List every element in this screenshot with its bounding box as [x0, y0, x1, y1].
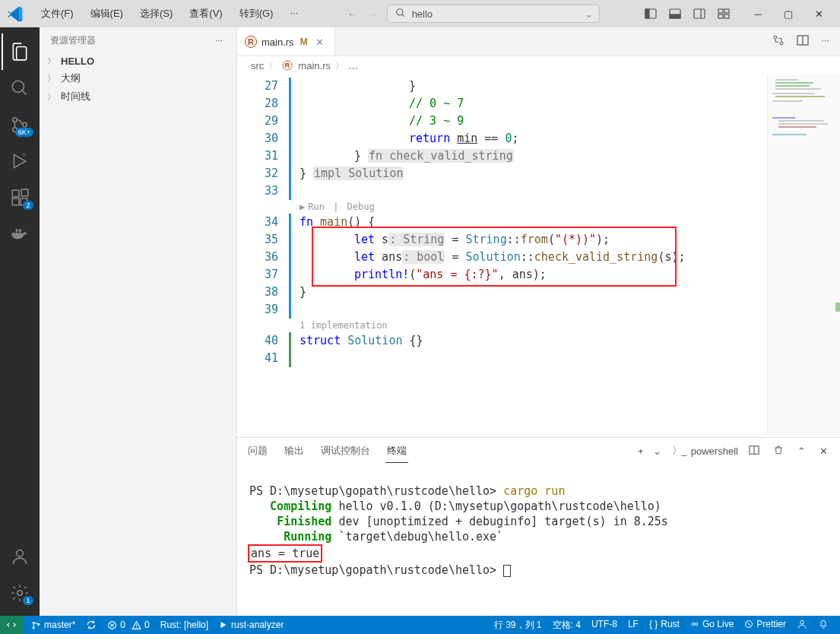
status-prettier[interactable]: Prettier — [739, 619, 791, 629]
menu-select[interactable]: 选择(S) — [132, 4, 180, 24]
panel-tab-output[interactable]: 输出 — [283, 439, 306, 462]
status-cursor-position[interactable]: 行 39，列 1 — [489, 619, 547, 632]
search-text: hello — [412, 8, 433, 20]
menu-goto[interactable]: 转到(G) — [232, 4, 281, 24]
status-rust-project[interactable]: Rust: [hello] — [155, 616, 214, 634]
status-eol[interactable]: LF — [623, 619, 644, 629]
editor-more-icon[interactable]: ··· — [818, 31, 832, 52]
minimap[interactable] — [767, 74, 840, 437]
activity-scm[interactable]: 6K+ — [2, 106, 38, 143]
breadcrumb-folder[interactable]: src — [251, 60, 264, 71]
new-terminal-icon[interactable]: + — [635, 444, 647, 458]
tree-item-outline[interactable]: 〉 大纲 — [40, 69, 236, 87]
status-language[interactable]: { }Rust — [644, 619, 685, 629]
settings-badge: 1 — [23, 596, 33, 605]
status-encoding[interactable]: UTF-8 — [586, 619, 623, 629]
terminal-profile[interactable]: 〉_powershell — [672, 444, 738, 458]
chevron-right-icon: 〉 — [47, 91, 58, 103]
terminal-output[interactable]: PS D:\mysetup\gopath\rustcode\hello> car… — [237, 464, 840, 616]
svg-rect-26 — [19, 230, 21, 232]
toggle-primary-sidebar-icon[interactable] — [641, 4, 661, 24]
terminal-shell-icon: 〉_ — [672, 444, 687, 458]
tab-close-icon[interactable]: ✕ — [312, 36, 327, 48]
svg-line-13 — [22, 90, 26, 94]
status-go-live[interactable]: Go Live — [685, 619, 739, 629]
svg-rect-8 — [718, 9, 723, 13]
svg-rect-5 — [670, 14, 680, 18]
activity-extensions[interactable]: 2 — [2, 179, 38, 216]
svg-rect-10 — [718, 14, 723, 18]
status-rust-analyzer[interactable]: rust-analyzer — [214, 616, 289, 634]
panel-tab-problems[interactable]: 问题 — [246, 439, 269, 462]
toggle-panel-icon[interactable] — [665, 4, 685, 24]
svg-point-42 — [136, 626, 137, 627]
split-terminal-icon[interactable] — [746, 443, 762, 459]
svg-rect-6 — [694, 9, 705, 18]
svg-point-46 — [800, 620, 804, 624]
activity-run-debug[interactable] — [2, 143, 38, 179]
maximize-panel-icon[interactable]: ⌃ — [794, 444, 809, 458]
chevron-right-icon: 〉 — [47, 55, 58, 67]
chevron-right-icon: 〉 — [47, 73, 58, 84]
status-branch[interactable]: master* — [26, 616, 81, 634]
panel-tab-terminal[interactable]: 终端 — [385, 439, 408, 463]
svg-rect-25 — [16, 230, 18, 232]
nav-back-icon[interactable]: ← — [347, 8, 357, 20]
tab-modified-badge: M — [300, 36, 308, 47]
nav-forward-icon[interactable]: → — [368, 8, 378, 20]
status-bar: master* 0 0 Rust: [hello] rust-analyzer … — [0, 616, 840, 634]
tree-label: 大纲 — [61, 71, 81, 85]
menu-edit[interactable]: 编辑(E) — [83, 4, 131, 24]
editor-tabs: R main.rs M ✕ ··· — [237, 27, 840, 56]
menu-more[interactable]: ··· — [282, 4, 306, 24]
svg-point-30 — [780, 42, 783, 45]
explorer-sidebar: 资源管理器 ··· 〉 HELLO 〉 大纲 〉 时间线 — [40, 27, 237, 616]
status-remote[interactable] — [0, 616, 23, 634]
svg-point-29 — [774, 36, 777, 39]
activity-explorer[interactable] — [2, 33, 38, 70]
activity-account[interactable] — [2, 538, 38, 575]
terminal-split-chevron-icon[interactable]: ⌄ — [650, 444, 664, 458]
code-area[interactable]: }// 0 ~ 7// 3 ~ 9return min == 0;} fn ch… — [289, 74, 840, 437]
line-gutter: 272829303132333435363738394041 — [237, 74, 289, 437]
split-editor-icon[interactable] — [794, 31, 812, 52]
window-minimize-button[interactable]: ─ — [743, 2, 773, 25]
sidebar-title: 资源管理器 — [50, 34, 96, 47]
breadcrumb-more[interactable]: … — [348, 60, 358, 71]
extensions-badge: 2 — [23, 201, 33, 210]
customize-layout-icon[interactable] — [714, 4, 734, 24]
code-editor[interactable]: 272829303132333435363738394041 }// 0 ~ 7… — [237, 74, 840, 437]
rust-file-icon: R — [283, 61, 293, 71]
tree-item-timeline[interactable]: 〉 时间线 — [40, 87, 236, 106]
activity-docker[interactable] — [2, 216, 38, 252]
menu-file[interactable]: 文件(F) — [33, 4, 81, 24]
breadcrumbs[interactable]: src 〉 R main.rs 〉 … — [237, 56, 840, 74]
status-bell-icon[interactable] — [813, 619, 834, 629]
breadcrumb-file[interactable]: main.rs — [298, 60, 331, 71]
close-panel-icon[interactable]: ✕ — [816, 444, 831, 458]
codelens-implementations[interactable]: 1 implementation — [289, 319, 840, 332]
svg-point-14 — [13, 118, 17, 122]
tab-main-rs[interactable]: R main.rs M ✕ — [237, 27, 335, 55]
activity-settings[interactable]: 1 — [2, 575, 38, 611]
window-close-button[interactable]: ✕ — [804, 2, 834, 25]
status-indentation[interactable]: 空格: 4 — [547, 619, 586, 632]
status-feedback-icon[interactable] — [791, 619, 813, 629]
command-center-search[interactable]: hello ⌄ — [387, 5, 600, 23]
svg-point-16 — [23, 122, 27, 126]
panel-tab-debug-console[interactable]: 调试控制台 — [319, 439, 372, 462]
tree-item-hello[interactable]: 〉 HELLO — [40, 53, 236, 69]
codelens-run-debug[interactable]: ▶ Run | Debug — [289, 200, 840, 214]
activity-search[interactable] — [2, 70, 38, 106]
toggle-secondary-sidebar-icon[interactable] — [689, 4, 709, 24]
tree-label: HELLO — [61, 55, 94, 67]
window-maximize-button[interactable]: ▢ — [773, 2, 804, 25]
sidebar-more-icon[interactable]: ··· — [212, 33, 226, 47]
status-warnings[interactable]: 0 — [126, 616, 155, 634]
rust-file-icon: R — [245, 36, 257, 48]
menu-view[interactable]: 查看(V) — [182, 4, 230, 24]
status-sync[interactable] — [81, 616, 102, 634]
kill-terminal-icon[interactable] — [770, 443, 787, 459]
svg-rect-11 — [724, 14, 729, 18]
compare-changes-icon[interactable] — [769, 31, 788, 52]
